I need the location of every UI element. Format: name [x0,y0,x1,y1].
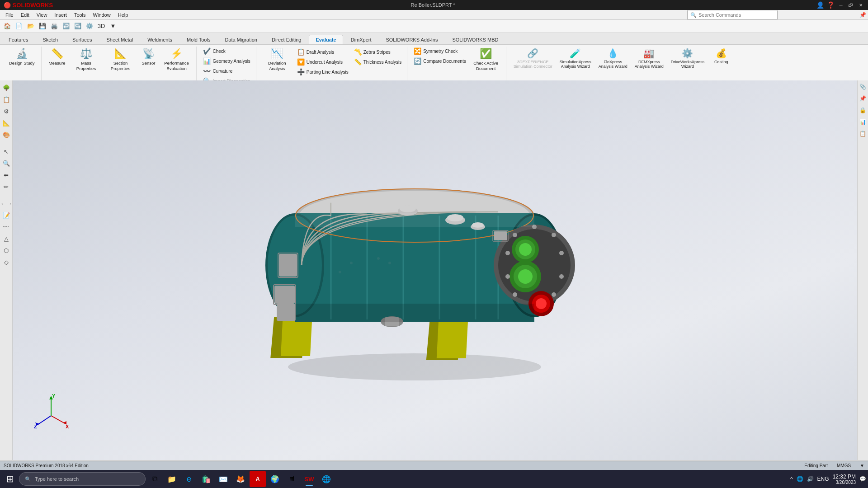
taskbar-mail[interactable]: ✉️ [215,471,231,487]
menu-window[interactable]: Window [90,11,114,19]
print-button[interactable]: 🖨️ [49,21,60,32]
tab-sheet-metal[interactable]: Sheet Metal [99,35,140,44]
open-button[interactable]: 📂 [25,21,36,32]
undercut-analysis-button[interactable]: 🔽 Undercut Analysis [295,57,350,66]
taskbar-notification[interactable]: 💬 [859,476,866,482]
draft-analysis-button[interactable]: 📋 Draft Analysis [295,47,350,56]
home-button[interactable]: 🏠 [2,21,13,32]
symmetry-check-button[interactable]: 🔀 Symmetry Check [412,47,467,56]
thickness-analysis-button[interactable]: 📏 Thickness Analysis [352,57,403,66]
tab-sw-mbd[interactable]: SOLIDWORKS MBD [445,35,505,44]
performance-evaluation-button[interactable]: ⚡ Performance Evaluation [160,47,193,72]
right-icon-1[interactable]: 📎 [859,82,868,91]
user-icon[interactable]: 👤 [816,1,824,9]
tab-weldments[interactable]: Weldments [141,35,179,44]
settings-button[interactable]: ⚙️ [84,21,95,32]
units-dropdown[interactable]: ▼ [860,463,864,468]
taskbar-clock[interactable]: 12:32 PM 3/20/2023 [833,474,856,485]
tab-direct-editing[interactable]: Direct Editing [265,35,308,44]
menu-view[interactable]: View [33,11,51,19]
deviation-analysis-button[interactable]: 📉 Deviation Analysis [261,47,293,72]
taskbar-store[interactable]: 🛍️ [198,471,214,487]
3dexperience-button[interactable]: 🔗 3DEXPERIENCESimulation Connector [511,47,555,70]
taskbar-file-explorer[interactable]: 📁 [164,471,180,487]
taskbar-browser[interactable]: 🌐 [318,471,335,487]
flo-xpress-button[interactable]: 💧 FloXpressAnalysis Wizard [596,47,630,70]
restore-button[interactable]: 🗗 [847,1,854,9]
minimize-button[interactable]: ─ [837,1,844,9]
3d-sketch-icon[interactable]: ✏ [1,181,12,192]
taskbar-language[interactable]: ENG [817,476,829,482]
tab-dimxpert[interactable]: DimXpert [344,35,378,44]
note-icon[interactable]: 📝 [1,210,12,221]
tab-sw-addins[interactable]: SOLIDWORKS Add-Ins [379,35,444,44]
menu-insert[interactable]: Insert [51,11,71,19]
previous-view-icon[interactable]: ⬅ [1,169,12,180]
costing-button[interactable]: 💰 Costing [709,47,733,66]
3d-button[interactable]: 3D [96,21,107,32]
tab-data-migration[interactable]: Data Migration [218,35,264,44]
viewport[interactable]: Z X Y [13,80,857,465]
datum-icon[interactable]: ◇ [1,257,12,267]
search-input[interactable] [698,12,774,18]
dim-manager-icon[interactable]: 📐 [1,117,12,128]
parting-line-analysis-button[interactable]: ➗ Parting Line Analysis [295,67,350,76]
zebra-stripes-button[interactable]: 〽️ Zebra Stripes [352,47,403,56]
simulation-xpress-button[interactable]: 🧪 SimulationXpressAnalysis Wizard [557,47,594,70]
help-icon[interactable]: ❓ [827,1,835,9]
new-button[interactable]: 📄 [14,21,24,32]
taskbar-firefox[interactable]: 🦊 [232,471,249,487]
check-button[interactable]: ✔️ Check [201,47,252,56]
menu-help[interactable]: Help [114,11,132,19]
right-icon-5[interactable]: 📋 [859,129,868,138]
curvature-button[interactable]: 〰️ Curvature [201,66,252,75]
measure-button[interactable]: 📏 Measure [46,47,68,67]
tab-surfaces[interactable]: Surfaces [66,35,99,44]
zoom-area-icon[interactable]: 🔍 [1,158,12,169]
taskbar-autocad[interactable]: A [250,471,266,487]
design-study-button[interactable]: 🔬 Design Study [6,47,38,67]
tab-evaluate[interactable]: Evaluate [309,35,343,44]
redo-button[interactable]: ↪️ [72,21,83,32]
pin-icon[interactable]: 📌 [859,12,866,18]
taskbar-chrome[interactable]: 🌍 [267,471,283,487]
property-manager-icon[interactable]: 📋 [1,94,12,105]
menu-file[interactable]: File [2,11,17,19]
section-properties-button[interactable]: 📐 Section Properties [104,47,137,72]
config-manager-icon[interactable]: ⚙ [1,106,12,117]
close-button[interactable]: ✕ [857,1,864,9]
tab-sketch[interactable]: Sketch [36,35,65,44]
smart-dim-icon[interactable]: ←→ [1,198,12,209]
right-icon-3[interactable]: 🔒 [859,106,868,115]
options-button[interactable]: ▼ [108,21,118,32]
feature-tree-icon[interactable]: 🌳 [1,82,12,93]
command-search[interactable]: 🔍 [687,10,778,20]
geometry-analysis-button[interactable]: 📊 Geometry Analysis [201,56,252,66]
tab-mold-tools[interactable]: Mold Tools [180,35,217,44]
weld-sym-icon[interactable]: △ [1,233,12,244]
compare-documents-button[interactable]: 🔄 Compare Documents [412,56,467,66]
taskbar-show-hidden[interactable]: ^ [790,476,793,482]
menu-edit[interactable]: Edit [17,11,33,19]
driveworks-xpress-button[interactable]: ⚙️ DriveWorksXpressWizard [668,47,707,70]
appearance-manager-icon[interactable]: 🎨 [1,129,12,140]
check-active-document-button[interactable]: ✅ Check Active Document [470,47,502,72]
taskbar-edge[interactable]: e [181,471,197,487]
dfm-xpress-button[interactable]: 🏭 DFMXpressAnalysis Wizard [632,47,666,70]
start-button[interactable]: ⊞ [2,471,18,487]
mass-properties-button[interactable]: ⚖️ Mass Properties [70,47,102,72]
right-icon-4[interactable]: 📊 [859,117,868,127]
select-icon[interactable]: ↖ [1,146,12,157]
tab-features[interactable]: Features [2,35,35,44]
taskbar-search[interactable]: 🔍 Type here to search [19,472,146,486]
taskbar-solidworks[interactable]: SW [301,471,317,487]
right-icon-2[interactable]: 📌 [859,94,868,103]
taskbar-calculator[interactable]: 🖩 [284,471,300,487]
undo-button[interactable]: ↩️ [61,21,71,32]
save-button[interactable]: 💾 [37,21,48,32]
sensor-button[interactable]: 📡 Sensor [138,47,158,67]
menu-tools[interactable]: Tools [71,11,90,19]
taskbar-network[interactable]: 🌐 [797,476,803,482]
surface-finish-icon[interactable]: 〰 [1,221,12,232]
gd-t-icon[interactable]: ⬡ [1,245,12,256]
